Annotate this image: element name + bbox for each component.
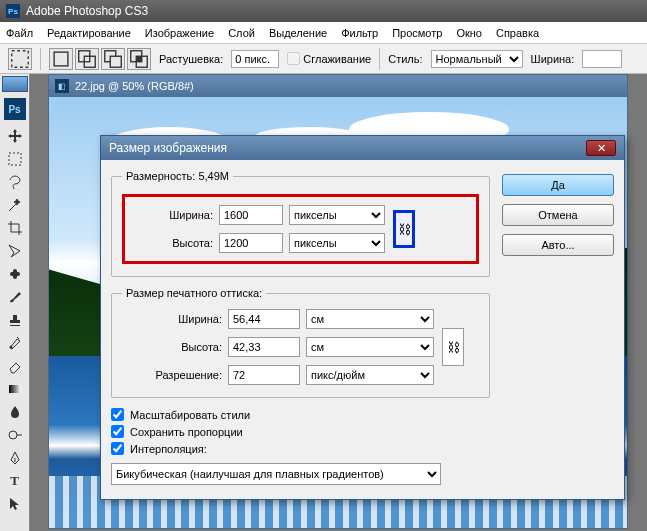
toolbox-grip-icon[interactable] — [2, 76, 28, 92]
history-brush-tool-icon[interactable] — [2, 332, 28, 354]
feather-label: Растушевка: — [159, 53, 223, 65]
resolution-label: Разрешение: — [122, 369, 222, 381]
feather-input[interactable] — [231, 50, 279, 68]
print-width-unit-select[interactable]: см — [306, 309, 434, 329]
constrain-proportions-label: Сохранить пропорции — [130, 426, 243, 438]
interpolation-select[interactable]: Бикубическая (наилучшая для плавных град… — [111, 463, 441, 485]
close-icon[interactable]: ✕ — [586, 140, 616, 156]
app-logo-icon: Ps — [6, 4, 20, 18]
selection-intersect-icon[interactable] — [127, 48, 151, 70]
print-size-legend: Размер печатного оттиска: — [122, 287, 266, 299]
marquee-tool-preset-icon[interactable] — [8, 48, 32, 70]
svg-rect-0 — [12, 50, 29, 67]
pixel-width-input[interactable] — [219, 205, 283, 225]
style-label: Стиль: — [388, 53, 422, 65]
constrain-proportions-checkbox[interactable] — [111, 425, 124, 438]
svg-rect-11 — [13, 269, 17, 279]
svg-point-14 — [9, 431, 17, 439]
document-title: 22.jpg @ 50% (RGB/8#) — [75, 80, 194, 92]
pixel-dimensions-group: Размерность: 5,49M Ширина: пикселы Высот… — [111, 170, 490, 277]
menu-view[interactable]: Просмотр — [392, 27, 442, 39]
menu-file[interactable]: Файл — [6, 27, 33, 39]
slice-tool-icon[interactable] — [2, 240, 28, 262]
dodge-tool-icon[interactable] — [2, 424, 28, 446]
dialog-title-bar[interactable]: Размер изображения ✕ — [101, 136, 624, 160]
pixel-width-label: Ширина: — [135, 209, 213, 221]
svg-rect-9 — [9, 153, 21, 165]
selection-subtract-icon[interactable] — [101, 48, 125, 70]
scale-styles-checkbox[interactable] — [111, 408, 124, 421]
antialias-checkbox[interactable]: Сглаживание — [287, 52, 371, 65]
dialog-title: Размер изображения — [109, 141, 227, 155]
menu-edit[interactable]: Редактирование — [47, 27, 131, 39]
cancel-button[interactable]: Отмена — [502, 204, 614, 226]
print-size-group: Размер печатного оттиска: Ширина: см Выс… — [111, 287, 490, 398]
gradient-tool-icon[interactable] — [2, 378, 28, 400]
print-height-unit-select[interactable]: см — [306, 337, 434, 357]
antialias-label: Сглаживание — [303, 53, 371, 65]
lasso-tool-icon[interactable] — [2, 171, 28, 193]
interpolation-checkbox[interactable] — [111, 442, 124, 455]
move-tool-icon[interactable] — [2, 125, 28, 147]
svg-rect-8 — [136, 56, 142, 62]
pen-tool-icon[interactable] — [2, 447, 28, 469]
ok-button[interactable]: Да — [502, 174, 614, 196]
scale-styles-label: Масштабировать стили — [130, 409, 250, 421]
document-title-bar[interactable]: ◧ 22.jpg @ 50% (RGB/8#) — [49, 75, 627, 97]
menu-bar: Файл Редактирование Изображение Слой Выд… — [0, 22, 647, 44]
pixel-width-unit-select[interactable]: пикселы — [289, 205, 385, 225]
style-select[interactable]: Нормальный — [431, 50, 523, 68]
resolution-input[interactable] — [228, 365, 300, 385]
wand-tool-icon[interactable] — [2, 194, 28, 216]
selection-new-icon[interactable] — [49, 48, 73, 70]
width-opt-input — [582, 50, 622, 68]
constrain-link-icon[interactable]: ⛓ — [393, 210, 415, 248]
print-constrain-link-icon[interactable]: ⛓ — [442, 328, 464, 366]
menu-image[interactable]: Изображение — [145, 27, 214, 39]
svg-rect-5 — [110, 56, 121, 67]
pixel-height-input[interactable] — [219, 233, 283, 253]
menu-help[interactable]: Справка — [496, 27, 539, 39]
print-width-label: Ширина: — [122, 313, 222, 325]
menu-window[interactable]: Окно — [456, 27, 482, 39]
interpolation-label: Интерполяция: — [130, 443, 207, 455]
toolbox: Ps T — [0, 74, 30, 531]
print-width-input[interactable] — [228, 309, 300, 329]
eraser-tool-icon[interactable] — [2, 355, 28, 377]
print-height-label: Высота: — [122, 341, 222, 353]
document-icon: ◧ — [55, 79, 69, 93]
blur-tool-icon[interactable] — [2, 401, 28, 423]
svg-point-12 — [9, 346, 12, 349]
svg-rect-1 — [54, 52, 68, 66]
pixel-height-unit-select[interactable]: пикселы — [289, 233, 385, 253]
heal-tool-icon[interactable] — [2, 263, 28, 285]
pixel-dimensions-legend: Размерность: 5,49M — [122, 170, 233, 182]
highlight-box: Ширина: пикселы Высота: пикселы ⛓ — [122, 194, 479, 264]
crop-tool-icon[interactable] — [2, 217, 28, 239]
stamp-tool-icon[interactable] — [2, 309, 28, 331]
app-title-bar: Ps Adobe Photoshop CS3 — [0, 0, 647, 22]
marquee-tool-icon[interactable] — [2, 148, 28, 170]
path-select-tool-icon[interactable] — [2, 493, 28, 515]
app-title: Adobe Photoshop CS3 — [26, 4, 148, 18]
app-badge-icon: Ps — [4, 98, 26, 120]
pixel-height-label: Высота: — [135, 237, 213, 249]
width-opt-label: Ширина: — [531, 53, 575, 65]
type-tool-icon[interactable]: T — [2, 470, 28, 492]
auto-button[interactable]: Авто... — [502, 234, 614, 256]
svg-rect-13 — [9, 385, 21, 393]
image-size-dialog: Размер изображения ✕ Размерность: 5,49M … — [100, 135, 625, 500]
selection-mode-group — [49, 48, 151, 70]
menu-layer[interactable]: Слой — [228, 27, 255, 39]
selection-add-icon[interactable] — [75, 48, 99, 70]
menu-select[interactable]: Выделение — [269, 27, 327, 39]
resolution-unit-select[interactable]: пикс/дюйм — [306, 365, 434, 385]
options-bar: Растушевка: Сглаживание Стиль: Нормальны… — [0, 44, 647, 74]
menu-filter[interactable]: Фильтр — [341, 27, 378, 39]
brush-tool-icon[interactable] — [2, 286, 28, 308]
print-height-input[interactable] — [228, 337, 300, 357]
